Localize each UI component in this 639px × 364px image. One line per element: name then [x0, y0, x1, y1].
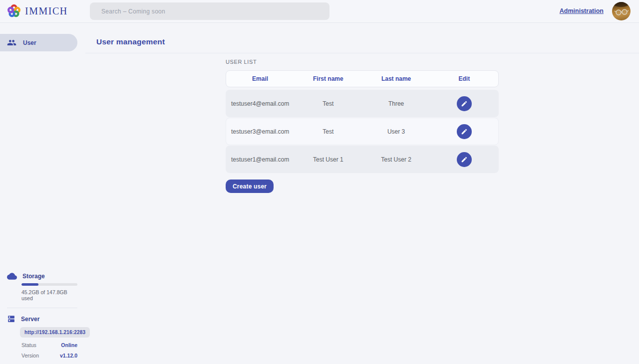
title-divider [85, 53, 639, 53]
glasses-photo [612, 2, 631, 20]
dns-icon [7, 315, 15, 323]
cell-email: testuser1@email.com [226, 156, 294, 163]
version-value: v1.12.0 [60, 353, 77, 359]
cell-email: testuser4@email.com [226, 100, 294, 107]
col-header-email: Email [226, 75, 294, 82]
storage-usage-text: 45.2GB of 147.8GB used [21, 289, 77, 301]
storage-progress [21, 283, 77, 286]
immich-admin-app: IMMICH Administration User [0, 0, 639, 364]
create-user-button[interactable]: Create user [226, 180, 274, 193]
logo-title: IMMICH [25, 5, 68, 17]
cell-email: testuser3@email.com [226, 128, 294, 135]
user-table-body: testuser4@email.com Test Three testuser3… [226, 90, 499, 173]
sidebar-item-users[interactable]: User [0, 34, 77, 51]
top-bar: IMMICH Administration [0, 0, 639, 23]
server-title: Server [21, 316, 39, 323]
immich-flower-icon [6, 3, 21, 18]
storage-title: Storage [22, 273, 45, 280]
sidebar-footer: Storage 45.2GB of 147.8GB used Server [0, 273, 77, 359]
pencil-icon [461, 156, 468, 163]
storage-widget: Storage 45.2GB of 147.8GB used [7, 273, 77, 301]
server-url-badge: http://192.168.1.216:2283 [20, 327, 90, 338]
search-input[interactable] [90, 2, 329, 20]
table-row: testuser4@email.com Test Three [226, 90, 499, 117]
cell-first-name: Test User 1 [294, 156, 362, 163]
cell-last-name: User 3 [362, 128, 430, 135]
col-header-last-name: Last name [362, 75, 430, 82]
status-label: Status [21, 342, 36, 348]
avatar[interactable] [612, 2, 631, 20]
cell-last-name: Test User 2 [362, 156, 430, 163]
server-status-row: Status Online [21, 342, 77, 348]
col-header-edit: Edit [430, 75, 498, 82]
user-list-section: USER LIST Email First name Last name Edi… [226, 59, 499, 193]
page-title: User management [96, 37, 165, 46]
table-header-row: Email First name Last name Edit [226, 70, 499, 87]
user-list-label: USER LIST [226, 59, 499, 65]
pencil-icon [461, 100, 468, 107]
cloud-icon [7, 273, 17, 280]
cell-first-name: Test [294, 128, 362, 135]
logo[interactable]: IMMICH [6, 3, 68, 18]
edit-user-button[interactable] [457, 124, 472, 139]
main-area: User management USER LIST Email First na… [85, 23, 639, 364]
pencil-icon [461, 128, 468, 135]
server-widget: Server http://192.168.1.216:2283 Status … [7, 315, 77, 359]
administration-link[interactable]: Administration [560, 7, 604, 14]
server-version-row: Version v1.12.0 [21, 353, 77, 359]
version-label: Version [21, 353, 39, 359]
sidebar-divider [7, 308, 77, 308]
col-header-first-name: First name [294, 75, 362, 82]
edit-user-button[interactable] [457, 152, 472, 167]
cell-first-name: Test [294, 100, 362, 107]
edit-user-button[interactable] [457, 96, 472, 111]
storage-progress-fill [21, 283, 38, 286]
table-row: testuser3@email.com Test User 3 [226, 118, 499, 145]
table-row: testuser1@email.com Test User 1 Test Use… [226, 146, 499, 173]
status-value: Online [61, 342, 77, 348]
cell-last-name: Three [362, 100, 430, 107]
people-icon [7, 38, 16, 47]
sidebar-item-label: User [23, 39, 36, 46]
sidebar: User Storage 45.2GB of 147.8GB used [0, 23, 85, 364]
